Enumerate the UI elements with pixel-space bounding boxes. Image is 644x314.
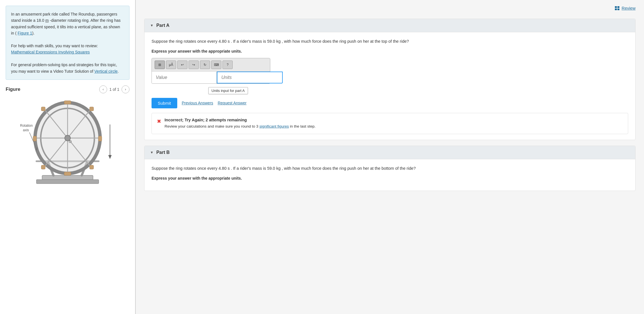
sig-figs-link[interactable]: significant figures: [259, 124, 289, 128]
part-a-question: Suppose the ring rotates once every 4.80…: [152, 38, 628, 45]
figure-next-button[interactable]: ›: [122, 85, 129, 93]
figure-page-indicator: 1 of 1: [109, 87, 119, 92]
svg-rect-18: [98, 136, 102, 141]
part-b-body: Suppose the ring rotates once every 4.80…: [144, 159, 635, 191]
problem-description: In an amusement park ride called The Rou…: [6, 6, 129, 80]
help-icon: ?: [227, 63, 229, 67]
svg-text:Rotation: Rotation: [20, 124, 33, 128]
right-panel: Review ▼ Part A Suppose the ring rotates…: [136, 0, 644, 314]
part-a-toolbar: ⊞ μÅ ↩ ↪ ↻ ⌨: [152, 58, 270, 72]
figure-header: Figure ‹ 1 of 1 ›: [6, 85, 129, 93]
toolbar-refresh-btn[interactable]: ↻: [200, 61, 210, 69]
review-icon: [615, 6, 620, 10]
redo-icon: ↪: [192, 63, 195, 67]
grid-icon: ⊞: [158, 63, 161, 67]
svg-rect-29: [615, 6, 617, 8]
error-content: Incorrect; Try Again; 2 attempts remaini…: [165, 118, 315, 129]
svg-rect-21: [41, 165, 45, 169]
part-a-header: ▼ Part A: [144, 19, 635, 32]
part-a-title: Part A: [156, 23, 170, 28]
toolbar-grid-btn[interactable]: ⊞: [155, 61, 165, 69]
part-a-answer-area: ⊞ μÅ ↩ ↪ ↻ ⌨: [152, 58, 270, 84]
svg-rect-20: [90, 107, 94, 111]
part-a-body: Suppose the ring rotates once every 4.80…: [144, 32, 635, 140]
figure-section: Figure ‹ 1 of 1 ›: [6, 85, 129, 190]
error-icon: ✖: [157, 118, 161, 124]
roundup-wheel-svg: O Rotation axis: [14, 96, 121, 190]
toolbar-redo-btn[interactable]: ↪: [189, 61, 199, 69]
error-message: Review your calculations and make sure y…: [165, 124, 315, 129]
video-tutor-text: For general problem-solving tips and str…: [11, 62, 124, 74]
review-button[interactable]: Review: [615, 6, 636, 10]
video-tutor-link[interactable]: Vertical circle: [94, 69, 118, 74]
part-a-inputs: [152, 72, 270, 83]
part-b-header: ▼ Part B: [144, 146, 635, 159]
figure-link[interactable]: Figure 1: [18, 31, 32, 35]
part-a-previous-answers-link[interactable]: Previous Answers: [182, 101, 213, 105]
toolbar-help-btn[interactable]: ?: [222, 61, 233, 69]
part-b-instruction: Express your answer with the appropriate…: [152, 176, 628, 180]
part-a-error-box: ✖ Incorrect; Try Again; 2 attempts remai…: [152, 113, 628, 134]
units-tooltip: Units input for part A: [208, 87, 248, 94]
math-review-link[interactable]: Mathematical Expressions Involving Squar…: [11, 50, 90, 54]
figure-prev-button[interactable]: ‹: [99, 85, 107, 93]
svg-rect-32: [617, 8, 619, 10]
part-a-request-answer-link[interactable]: Request Answer: [218, 101, 247, 105]
svg-rect-17: [33, 136, 36, 141]
part-a-instruction: Express your answer with the appropriate…: [152, 49, 628, 53]
keyboard-icon: ⌨: [214, 63, 219, 67]
problem-text: In an amusement park ride called The Rou…: [11, 11, 124, 36]
part-a-value-input[interactable]: [152, 72, 217, 83]
error-title: Incorrect; Try Again; 2 attempts remaini…: [165, 118, 315, 122]
figure-nav: ‹ 1 of 1 ›: [99, 85, 129, 93]
svg-text:axis: axis: [23, 128, 29, 132]
toolbar-keyboard-btn[interactable]: ⌨: [211, 61, 221, 69]
svg-marker-28: [108, 155, 112, 159]
figure-title: Figure: [6, 87, 20, 92]
refresh-icon: ↻: [204, 63, 206, 67]
svg-rect-22: [90, 165, 94, 169]
part-a-collapse-arrow[interactable]: ▼: [150, 23, 154, 27]
part-b-collapse-arrow[interactable]: ▼: [150, 150, 154, 154]
svg-rect-30: [617, 6, 619, 8]
units-icon: μÅ: [169, 63, 173, 67]
math-review-text: For help with math skills, you may want …: [11, 43, 124, 55]
left-panel: In an amusement park ride called The Rou…: [0, 0, 136, 314]
toolbar-undo-btn[interactable]: ↩: [177, 61, 187, 69]
part-a-submit-button[interactable]: Submit: [152, 98, 177, 108]
svg-rect-31: [615, 8, 617, 10]
toolbar-units-btn[interactable]: μÅ: [166, 61, 176, 69]
part-b-question: Suppose the ring rotates once every 4.80…: [152, 165, 628, 172]
part-a-section: ▼ Part A Suppose the ring rotates once e…: [144, 19, 636, 140]
svg-rect-19: [41, 107, 45, 111]
undo-icon: ↩: [181, 63, 184, 67]
svg-rect-16: [64, 172, 71, 175]
svg-rect-15: [64, 101, 71, 104]
part-a-actions: Submit Previous Answers Request Answer: [152, 98, 628, 108]
svg-text:O: O: [69, 139, 72, 144]
part-b-title: Part B: [156, 150, 170, 155]
part-b-section: ▼ Part B Suppose the ring rotates once e…: [144, 146, 636, 191]
figure-image: O Rotation axis: [6, 96, 129, 190]
svg-rect-1: [36, 180, 99, 184]
part-a-units-input[interactable]: [217, 72, 283, 83]
